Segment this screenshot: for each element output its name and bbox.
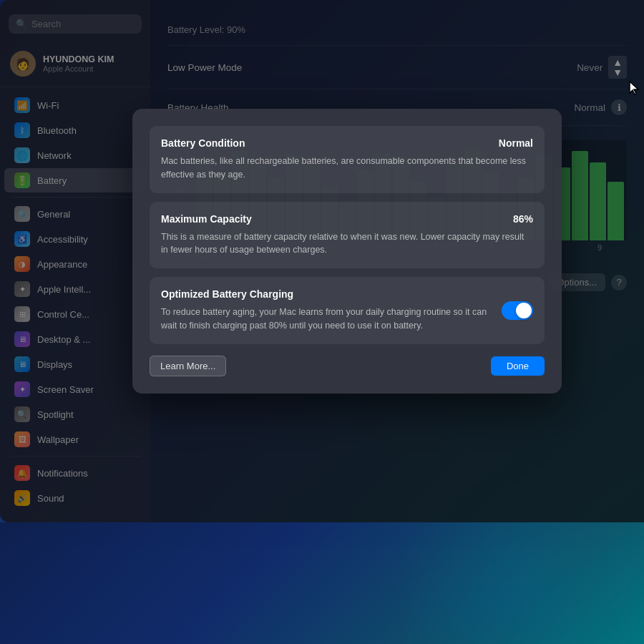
battery-health-modal: Battery Condition Normal Mac batteries, … — [132, 109, 562, 394]
max-capacity-header: Maximum Capacity 86% — [161, 213, 533, 225]
max-capacity-desc: This is a measure of battery capacity re… — [161, 230, 533, 258]
battery-condition-value: Normal — [499, 137, 533, 149]
optimized-charging-section: Optimized Battery Charging To reduce bat… — [150, 277, 545, 344]
max-capacity-title: Maximum Capacity — [161, 213, 252, 225]
toggle-knob — [516, 303, 532, 318]
learn-more-button[interactable]: Learn More... — [150, 356, 226, 376]
max-capacity-value: 86% — [513, 213, 533, 225]
optimized-charging-title: Optimized Battery Charging — [161, 288, 490, 300]
max-capacity-section: Maximum Capacity 86% This is a measure o… — [150, 202, 545, 269]
battery-condition-desc: Mac batteries, like all rechargeable bat… — [161, 155, 533, 182]
optimized-charging-toggle[interactable] — [502, 301, 533, 320]
modal-footer: Learn More... Done — [150, 356, 545, 376]
battery-condition-header: Battery Condition Normal — [161, 137, 533, 149]
done-button[interactable]: Done — [491, 356, 545, 376]
battery-condition-section: Battery Condition Normal Mac batteries, … — [150, 126, 545, 193]
optimized-charging-row: Optimized Battery Charging To reduce bat… — [161, 288, 533, 333]
battery-condition-title: Battery Condition — [161, 137, 245, 149]
optimized-charging-desc: To reduce battery aging, your Mac learns… — [161, 306, 490, 333]
optimized-charging-content: Optimized Battery Charging To reduce bat… — [161, 288, 490, 333]
